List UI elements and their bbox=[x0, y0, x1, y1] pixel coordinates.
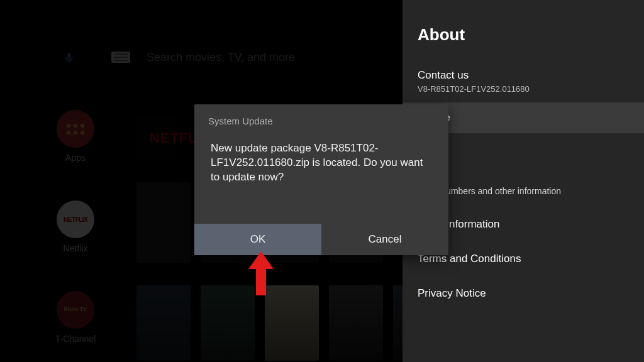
dialog-message: New update package V8-R851T02-LF1V252.01… bbox=[194, 129, 448, 224]
cancel-button[interactable]: Cancel bbox=[321, 224, 448, 255]
sidebar-item-title: Privacy Notice bbox=[418, 287, 629, 301]
screen: Search movies, TV, and more Apps NETFLIX… bbox=[0, 0, 644, 362]
system-update-dialog: System Update New update package V8-R851… bbox=[194, 104, 448, 255]
sidebar-item-title: name bbox=[418, 140, 629, 154]
sidebar-item-sub: / bbox=[418, 155, 629, 165]
sidebar-item-privacy[interactable]: Privacy Notice bbox=[402, 278, 644, 309]
sidebar-item-contact[interactable]: Contact us V8-R851T02-LF1V252.011680 bbox=[402, 62, 644, 102]
sidebar-item-title: Terms and Conditions bbox=[418, 252, 629, 266]
sidebar-title: About bbox=[402, 0, 644, 62]
sidebar-item-title: serial numbers and other information bbox=[418, 185, 629, 197]
sidebar-item-title: Contact us bbox=[418, 69, 629, 83]
sidebar-item-title: update bbox=[418, 111, 629, 125]
dialog-title: System Update bbox=[194, 104, 448, 129]
ok-button[interactable]: OK bbox=[194, 224, 321, 255]
sidebar-item-title: Legal information bbox=[418, 217, 629, 232]
sidebar-item-sub: V8-R851T02-LF1V252.011680 bbox=[418, 84, 629, 94]
dialog-buttons: OK Cancel bbox=[194, 224, 448, 255]
